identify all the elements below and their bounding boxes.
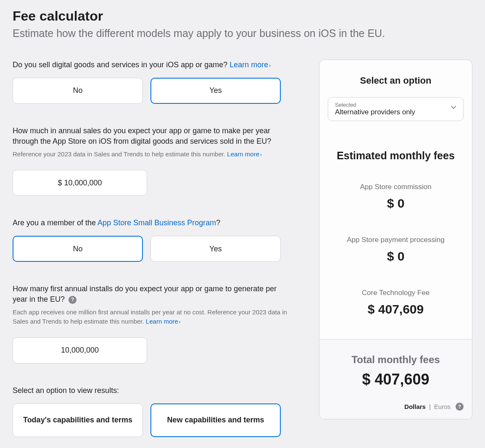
total-value: $ 407,609 (328, 371, 464, 388)
form-column: Do you sell digital goods and services i… (13, 60, 290, 437)
page-title: Fee calculator (13, 8, 472, 24)
annual-sales-input[interactable]: $ 10,000,000 (13, 170, 147, 196)
fee-processing-label: App Store payment processing (328, 236, 464, 244)
provider-select[interactable]: Selected Alternative providers only (328, 97, 464, 121)
fee-ctf-value: $ 407,609 (328, 302, 464, 316)
chevron-down-icon (451, 104, 456, 112)
divider: | (429, 403, 431, 410)
q5-option-new[interactable]: New capabilities and terms (150, 403, 281, 437)
fee-commission-label: App Store commission (328, 183, 464, 191)
q1-text: Do you sell digital goods and services i… (13, 61, 227, 69)
q2-learn-more-link[interactable]: Learn more› (227, 150, 262, 158)
q3-option-yes[interactable]: Yes (150, 236, 281, 262)
currency-help-icon[interactable]: ? (456, 403, 464, 411)
chevron-right-icon: › (179, 318, 181, 326)
q1-option-no[interactable]: No (13, 78, 143, 104)
q5-question: Select an option to view results: (13, 385, 290, 396)
q2-question: How much in annual sales do you expect y… (13, 126, 290, 147)
q4-helper: Each app receives one million first annu… (13, 308, 290, 327)
q5-option-today[interactable]: Today's capabilities and terms (13, 403, 143, 437)
fee-commission: App Store commission $ 0 (328, 183, 464, 211)
estimated-fees-title: Estimated monthly fees (328, 150, 464, 162)
fee-ctf: Core Technology Fee $ 407,609 (328, 289, 464, 316)
results-panel: Select an option Selected Alternative pr… (319, 60, 472, 419)
sbp-link[interactable]: App Store Small Business Program (98, 219, 216, 227)
fee-commission-value: $ 0 (328, 196, 464, 211)
help-icon[interactable]: ? (69, 296, 76, 304)
q2-helper: Reference your 2023 data in Sales and Tr… (13, 150, 290, 159)
currency-euros[interactable]: Euros (434, 403, 451, 410)
q4-learn-more-link[interactable]: Learn more› (146, 318, 181, 325)
q1-question: Do you sell digital goods and services i… (13, 60, 290, 70)
panel-select-title: Select an option (328, 75, 464, 86)
page-subtitle: Estimate how the different models may ap… (13, 27, 472, 40)
q1-learn-more-link[interactable]: Learn more› (229, 61, 271, 69)
fee-processing-value: $ 0 (328, 249, 464, 264)
q1-option-yes[interactable]: Yes (150, 78, 281, 104)
q3-question: Are you a member of the App Store Small … (13, 218, 290, 228)
currency-toggle: Dollars | Euros ? (328, 403, 464, 411)
fee-ctf-label: Core Technology Fee (328, 289, 464, 297)
annual-installs-input[interactable]: 10,000,000 (13, 337, 147, 364)
select-label: Selected (335, 102, 456, 108)
total-section: Total monthly fees $ 407,609 Dollars | E… (319, 339, 472, 419)
chevron-right-icon: › (269, 62, 271, 69)
fee-processing: App Store payment processing $ 0 (328, 236, 464, 264)
currency-dollars[interactable]: Dollars (404, 403, 426, 410)
chevron-right-icon: › (260, 151, 262, 158)
q3-option-no[interactable]: No (13, 236, 143, 262)
total-label: Total monthly fees (328, 354, 464, 366)
q4-question: How many first annual installs do you ex… (13, 284, 290, 305)
select-value: Alternative providers only (335, 108, 456, 116)
